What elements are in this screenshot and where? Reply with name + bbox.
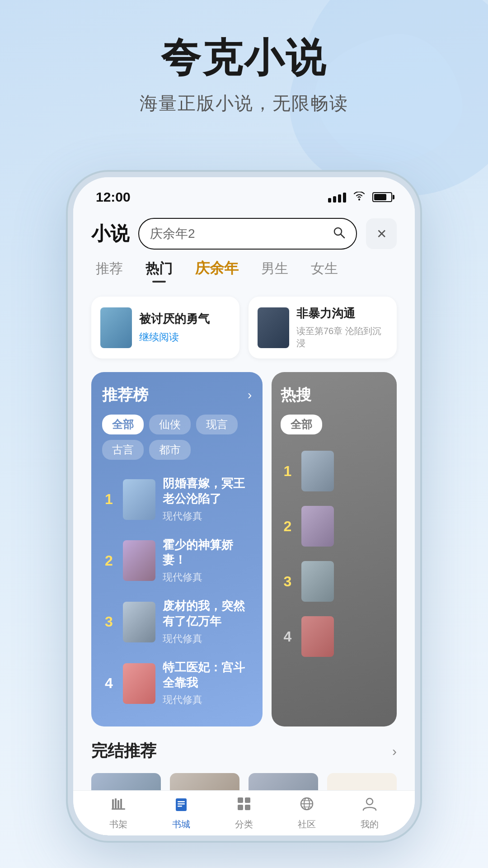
app-header: 小说 庆余年2 ✕ <box>73 209 415 259</box>
shelf-icon <box>110 796 127 816</box>
hot-categories: 全部 <box>281 415 388 434</box>
rec-book-title-4: 特工医妃：宫斗全靠我 <box>163 660 252 691</box>
completed-arrow[interactable]: › <box>392 744 397 759</box>
reading-title-1: 被讨厌的勇气 <box>139 311 230 327</box>
hot-book-3[interactable]: 3 <box>281 554 388 609</box>
reading-title-2: 非暴力沟通 <box>296 306 388 321</box>
close-button[interactable]: ✕ <box>366 218 397 249</box>
rank-4: 4 <box>102 675 116 692</box>
status-icons <box>328 191 392 203</box>
app-content: 被讨厌的勇气 继续阅读 非暴力沟通 读至第76章 沦陷到沉浸 <box>73 292 415 835</box>
wifi-icon <box>353 191 365 203</box>
rec-book-info-3: 废材的我，突然有了亿万年 现代修真 <box>163 599 252 646</box>
reading-cards: 被讨厌的勇气 继续阅读 非暴力沟通 读至第76章 沦陷到沉浸 <box>73 292 415 363</box>
rec-book-3[interactable]: 3 废材的我，突然有了亿万年 现代修真 <box>102 591 252 653</box>
rec-book-2[interactable]: 2 霍少的神算娇妻！ 现代修真 <box>102 530 252 592</box>
hot-book-thumb-2 <box>301 506 334 547</box>
chip-xianxia[interactable]: 仙侠 <box>149 415 191 434</box>
nav-category-label: 分类 <box>235 818 253 830</box>
signal-icon <box>328 192 346 203</box>
chip-dushi[interactable]: 都市 <box>149 440 191 460</box>
hot-rank-1: 1 <box>281 463 294 480</box>
rec-book-thumb-1 <box>123 479 155 520</box>
rec-book-1[interactable]: 1 阴婚喜嫁，冥王老公沦陷了 现代修真 <box>102 469 252 530</box>
phone-inner: 12:00 <box>73 177 415 835</box>
rec-book-genre-2: 现代修真 <box>163 571 252 584</box>
svg-rect-4 <box>115 798 117 808</box>
svg-rect-13 <box>245 797 250 803</box>
rec-book-info-4: 特工医妃：宫斗全靠我 现代修真 <box>163 660 252 707</box>
reading-card-2[interactable]: 非暴力沟通 读至第76章 沦陷到沉浸 <box>249 297 397 359</box>
status-time: 12:00 <box>96 189 131 205</box>
search-icon[interactable] <box>333 226 345 242</box>
nav-tabs: 推荐 热门 庆余年 男生 女生 <box>73 259 415 283</box>
phone-mockup: 12:00 <box>68 172 420 841</box>
hot-panel-header: 热搜 <box>281 385 388 406</box>
book-cover-2 <box>258 307 289 348</box>
hot-panel: 热搜 全部 1 2 <box>272 372 397 726</box>
nav-shelf[interactable]: 书架 <box>109 796 127 830</box>
svg-rect-5 <box>117 800 119 808</box>
nav-category[interactable]: 分类 <box>235 796 253 830</box>
chip-xiandai[interactable]: 现言 <box>196 415 238 434</box>
hero-area: 夸克小说 海量正版小说，无限畅读 <box>0 36 488 116</box>
tab-male[interactable]: 男生 <box>261 259 288 283</box>
hot-rank-4: 4 <box>281 628 294 645</box>
hot-rank-2: 2 <box>281 518 294 535</box>
rec-panel: 推荐榜 › 全部 仙侠 现言 古言 都市 1 <box>91 372 263 726</box>
svg-rect-11 <box>178 806 182 807</box>
tab-female[interactable]: 女生 <box>311 259 338 283</box>
rec-book-genre-1: 现代修真 <box>163 509 252 523</box>
panels-row: 推荐榜 › 全部 仙侠 现言 古言 都市 1 <box>73 372 415 726</box>
rank-3: 3 <box>102 613 116 630</box>
hot-chip-all[interactable]: 全部 <box>281 415 322 434</box>
svg-line-2 <box>341 234 344 238</box>
rec-book-info-2: 霍少的神算娇妻！ 现代修真 <box>163 538 252 585</box>
nav-profile[interactable]: 我的 <box>361 796 379 830</box>
svg-rect-8 <box>176 798 187 811</box>
book-cover-1 <box>100 307 132 348</box>
profile-icon <box>361 796 378 816</box>
tab-recommend[interactable]: 推荐 <box>96 259 123 283</box>
rec-book-thumb-4 <box>123 663 155 704</box>
svg-rect-7 <box>112 808 125 810</box>
rec-book-thumb-2 <box>123 540 155 581</box>
bottom-nav: 书架 书城 <box>73 790 415 835</box>
rec-book-4[interactable]: 4 特工医妃：宫斗全靠我 现代修真 <box>102 653 252 714</box>
rec-book-genre-3: 现代修真 <box>163 632 252 646</box>
svg-rect-15 <box>245 805 250 810</box>
search-bar[interactable]: 庆余年2 <box>138 218 357 250</box>
reading-info-1: 被讨厌的勇气 继续阅读 <box>139 311 230 344</box>
nav-community[interactable]: 社区 <box>298 796 316 830</box>
nav-profile-label: 我的 <box>361 818 379 830</box>
hot-rank-3: 3 <box>281 573 294 590</box>
rank-2: 2 <box>102 552 116 569</box>
rank-1: 1 <box>102 491 116 508</box>
tab-qingyunian[interactable]: 庆余年 <box>195 259 239 283</box>
rec-book-title-3: 废材的我，突然有了亿万年 <box>163 599 252 629</box>
rec-panel-title: 推荐榜 <box>102 385 148 406</box>
nav-bookstore[interactable]: 书城 <box>172 796 190 830</box>
rec-panel-arrow[interactable]: › <box>248 388 252 402</box>
reading-sub-2: 读至第76章 沦陷到沉浸 <box>296 325 388 349</box>
chip-guyan[interactable]: 古言 <box>102 440 144 460</box>
app-logo-title: 小说 <box>91 221 129 246</box>
hot-book-thumb-4 <box>301 616 334 657</box>
hot-book-2[interactable]: 2 <box>281 499 388 554</box>
rec-panel-header: 推荐榜 › <box>102 385 252 406</box>
app-subtitle: 海量正版小说，无限畅读 <box>0 91 488 116</box>
completed-title: 完结推荐 <box>91 740 156 762</box>
rec-book-title-1: 阴婚喜嫁，冥王老公沦陷了 <box>163 476 252 507</box>
chip-all[interactable]: 全部 <box>102 415 144 434</box>
rec-book-genre-4: 现代修真 <box>163 693 252 707</box>
reading-card-1[interactable]: 被讨厌的勇气 继续阅读 <box>91 297 239 359</box>
hot-panel-title: 热搜 <box>281 385 311 406</box>
hot-book-4[interactable]: 4 <box>281 609 388 664</box>
svg-rect-12 <box>238 797 243 803</box>
phone-frame: 12:00 <box>68 172 420 841</box>
hot-book-1[interactable]: 1 <box>281 443 388 499</box>
tab-hot[interactable]: 热门 <box>145 259 173 283</box>
svg-rect-6 <box>120 799 122 808</box>
svg-rect-10 <box>178 803 185 805</box>
rec-book-thumb-3 <box>123 602 155 642</box>
